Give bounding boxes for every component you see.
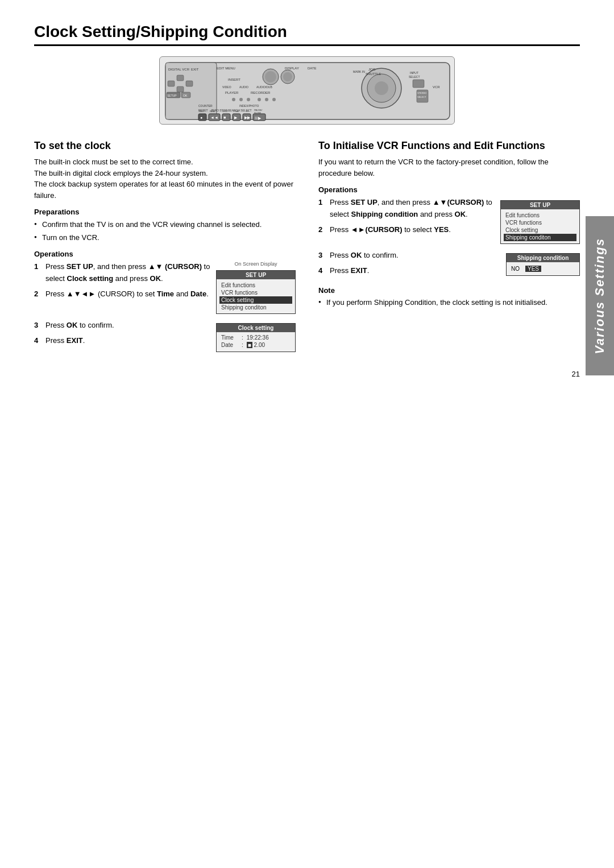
note-title: Note [318, 286, 580, 295]
right-osd-setup-header: SET UP [501, 201, 579, 209]
svg-point-30 [265, 98, 268, 101]
svg-text:MARK IN: MARK IN [353, 70, 365, 73]
preparations-heading: Preparations [34, 208, 296, 216]
clock-date-val: ■ 2.00 [247, 342, 265, 348]
vcr-diagram-container: DIGITAL VCR EXIT EDIT MENU DISPLAY DATE … [34, 56, 580, 126]
svg-text:EDIT MENU: EDIT MENU [217, 67, 235, 70]
svg-text:STEREO: STEREO [417, 92, 426, 94]
left-operations-heading: Operations [34, 250, 296, 258]
left-osd-boxes: On Screen Display SET UP Edit functions … [216, 261, 296, 317]
clock-date-row: Date : ■ 2.00 [221, 342, 291, 348]
right-osd-clock: Clock setting [505, 226, 575, 234]
clock-time-row: Time : 19:22:36 [221, 334, 291, 341]
svg-point-26 [232, 98, 235, 101]
osd-setup-body: Edit functions VCR functions Clock setti… [217, 279, 295, 313]
right-op3-content: Press OK to confirm. [330, 250, 500, 262]
svg-text:II/▶: II/▶ [255, 116, 262, 120]
shipping-osd-header: Shipping condition [507, 254, 579, 262]
left-column: To set the clock The built-in clock must… [34, 140, 296, 356]
right-column: To Initialise VCR Functions and Edit Fun… [318, 140, 580, 356]
right-op1-content: Press SET UP, and then press ▲▼(CURSOR) … [330, 197, 495, 221]
right-osd-shipping: Shipping conditon [504, 234, 576, 241]
osd-item-shipping: Shipping conditon [221, 304, 291, 311]
clock-osd-box-container: Clock setting Time : 19:22:36 Date : ■ 2… [216, 320, 296, 356]
left-op2: 2 Press ▲▼◄► (CURSOR) to set Time and Da… [34, 288, 210, 300]
main-content: To set the clock The built-in clock must… [34, 140, 580, 356]
left-op1-container: 1 Press SET UP, and then press ▲▼ (CURSO… [34, 261, 296, 317]
clock-date-highlight: ■ [247, 342, 252, 348]
svg-point-27 [239, 98, 243, 101]
clock-time-label: Time [221, 334, 238, 341]
svg-point-10 [283, 72, 292, 81]
svg-point-31 [272, 98, 276, 101]
svg-point-13 [375, 81, 388, 95]
svg-text:SHUTTLE: SHUTTLE [366, 72, 381, 76]
svg-text:JOG: JOG [368, 68, 376, 71]
right-op4-num: 4 [318, 265, 326, 277]
svg-text:▶▶: ▶▶ [244, 115, 251, 119]
right-op3: 3 Press OK to confirm. [318, 250, 500, 262]
svg-text:■: ■ [223, 115, 226, 119]
svg-text:PLAY: PLAY [234, 110, 239, 113]
note-section: Note If you perform Shipping Condition, … [318, 286, 580, 308]
svg-rect-16 [177, 75, 184, 81]
right-op4: 4 Press EXIT. [318, 265, 500, 277]
svg-text:DATE: DATE [308, 67, 317, 70]
svg-text:SLOW: SLOW [254, 111, 261, 114]
right-section-title: To Initialise VCR Functions and Edit Fun… [318, 140, 580, 152]
op2-content: Press ▲▼◄► (CURSOR) to set Time and Date… [45, 288, 210, 300]
svg-text:DIGITAL VCR: DIGITAL VCR [168, 68, 190, 71]
left-op3: 3 Press OK to confirm. [34, 320, 210, 332]
svg-text:SETUP: SETUP [167, 94, 177, 97]
right-ops-34-container: 3 Press OK to confirm. 4 Press EXIT. Shi… [318, 250, 580, 280]
prep-item-1: Confirm that the TV is on and the VCR vi… [34, 219, 296, 230]
op4-content: Press EXIT. [45, 335, 210, 347]
svg-text:RECORDER: RECORDER [251, 91, 271, 94]
clock-time-val: 19:22:36 [247, 334, 269, 341]
svg-text:STOP: STOP [222, 110, 229, 113]
svg-rect-38 [413, 80, 424, 88]
svg-text:OK: OK [183, 94, 188, 97]
shipping-yes-label: YES [525, 266, 541, 272]
left-op1: 1 Press SET UP, and then press ▲▼ (CURSO… [34, 261, 210, 285]
various-settings-sidebar: Various Settings [586, 216, 614, 375]
shipping-no-label: NO [511, 266, 520, 272]
note-text: If you perform Shipping Condition, the c… [318, 297, 580, 308]
op1-num: 1 [34, 261, 42, 285]
right-osd-edit: Edit functions [505, 212, 575, 219]
right-op1-num: 1 [318, 197, 326, 221]
osd-setup-box: SET UP Edit functions VCR functions Cloc… [216, 270, 296, 314]
osd-item-edit: Edit functions [221, 282, 291, 289]
clock-osd-box: Clock setting Time : 19:22:36 Date : ■ 2… [216, 323, 296, 352]
op4-num: 4 [34, 335, 42, 347]
svg-rect-18 [186, 81, 193, 86]
svg-text:AUDIO: AUDIO [239, 85, 248, 89]
svg-text:INSERT: INSERT [228, 78, 240, 81]
svg-text:SELECT: SELECT [409, 75, 420, 78]
svg-text:PLAYER: PLAYER [225, 91, 239, 94]
clock-date-sep: : [242, 342, 243, 348]
clock-time-sep: : [242, 334, 243, 341]
op2-num: 2 [34, 288, 42, 300]
right-osd-boxes: SET UP Edit functions VCR functions Cloc… [500, 197, 580, 247]
op1-content: Press SET UP, and then press ▲▼ (CURSOR)… [45, 261, 210, 285]
shipping-osd-body: NO YES [507, 262, 579, 275]
right-intro: If you want to return the VCR to the fac… [318, 156, 580, 179]
left-section-title: To set the clock [34, 140, 296, 152]
op3-num: 3 [34, 320, 42, 332]
svg-text:SELECT: SELECT [417, 96, 426, 98]
shipping-osd-box: Shipping condition NO YES [506, 253, 580, 276]
svg-text:EXIT: EXIT [191, 68, 199, 71]
page-number: 21 [572, 370, 580, 378]
right-op2-num: 2 [318, 224, 326, 236]
right-ops-34: 3 Press OK to confirm. 4 Press EXIT. [318, 250, 500, 280]
right-osd-setup: SET UP Edit functions VCR functions Cloc… [500, 200, 580, 244]
right-osd-vcr: VCR functions [505, 219, 575, 226]
svg-rect-17 [168, 81, 175, 86]
shipping-osd-container: Shipping condition NO YES [506, 250, 580, 279]
svg-text:INPUT: INPUT [410, 71, 418, 75]
svg-rect-1 [165, 63, 217, 119]
left-intro-1: The built-in clock must be set to the co… [34, 156, 296, 201]
svg-text:VIDEO: VIDEO [222, 85, 231, 89]
op3-content: Press OK to confirm. [45, 320, 210, 332]
